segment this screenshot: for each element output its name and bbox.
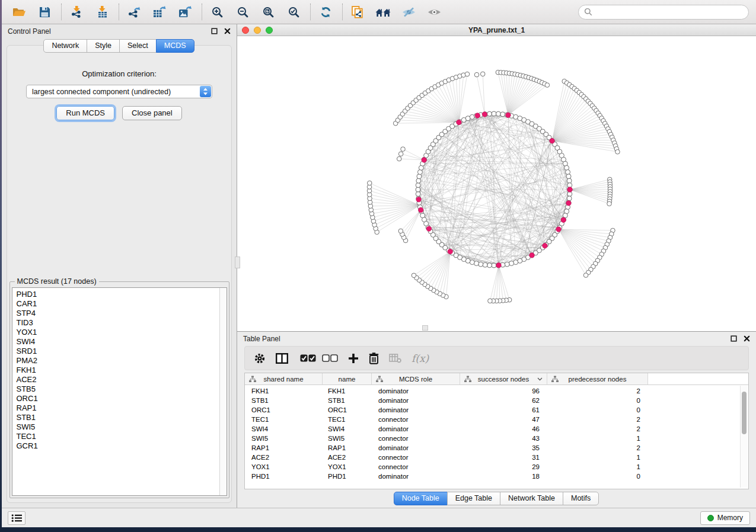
table-cell-name[interactable]: RAP1 bbox=[323, 444, 372, 451]
save-session-button[interactable] bbox=[34, 4, 55, 20]
table-cell-predecessor-nodes[interactable]: 2 bbox=[547, 425, 648, 432]
mcds-result-item[interactable]: ORC1 bbox=[17, 394, 219, 403]
mcds-network-node[interactable] bbox=[567, 187, 572, 192]
export-network-button[interactable] bbox=[124, 4, 144, 20]
mcds-result-item[interactable]: FKH1 bbox=[17, 366, 219, 375]
export-image-button[interactable] bbox=[175, 4, 195, 20]
mcds-network-node[interactable] bbox=[561, 217, 566, 222]
network-node[interactable] bbox=[545, 83, 550, 88]
table-cell-shared-name[interactable]: PHD1 bbox=[245, 473, 323, 480]
mcds-network-node[interactable] bbox=[496, 263, 501, 268]
delete-column-button[interactable] bbox=[369, 352, 379, 364]
table-row[interactable]: STB1STB1dominator620 bbox=[245, 396, 748, 405]
table-row[interactable]: TEC1TEC1connector472 bbox=[245, 415, 748, 424]
table-cell-name[interactable]: SWI4 bbox=[323, 425, 372, 432]
table-row[interactable]: ORC1ORC1dominator610 bbox=[245, 405, 748, 415]
mcds-network-node[interactable] bbox=[426, 226, 431, 231]
maximize-window-button[interactable] bbox=[266, 27, 273, 34]
network-node[interactable] bbox=[398, 229, 403, 233]
table-cell-successor-nodes[interactable]: 46 bbox=[460, 425, 547, 432]
mcds-network-node[interactable] bbox=[566, 201, 571, 206]
mcds-network-node[interactable] bbox=[457, 120, 461, 124]
mcds-network-node[interactable] bbox=[506, 113, 511, 117]
function-builder-button[interactable]: f(x) bbox=[412, 352, 429, 364]
table-row[interactable]: PHD1PHD1dominator180 bbox=[245, 472, 748, 481]
tab-select[interactable]: Select bbox=[119, 39, 157, 53]
table-cell-successor-nodes[interactable]: 18 bbox=[460, 473, 547, 480]
table-cell-shared-name[interactable]: ORC1 bbox=[245, 406, 323, 414]
network-node[interactable] bbox=[567, 191, 572, 196]
network-node[interactable] bbox=[398, 152, 403, 156]
optimization-criterion-select[interactable]: largest connected component (undirected) bbox=[26, 85, 212, 98]
tab-network-table[interactable]: Network Table bbox=[500, 492, 563, 505]
mcds-network-node[interactable] bbox=[529, 253, 534, 258]
network-node[interactable] bbox=[487, 263, 492, 268]
network-node[interactable] bbox=[583, 273, 588, 278]
mcds-network-node[interactable] bbox=[448, 249, 452, 254]
network-node[interactable] bbox=[412, 273, 416, 278]
network-node[interactable] bbox=[367, 181, 372, 185]
mcds-result-list[interactable]: PHD1CAR1STP4TID3YOX1SWI4SRD1PMA2FKH1ACE2… bbox=[12, 288, 219, 495]
hide-selected-button[interactable] bbox=[398, 4, 419, 20]
network-node[interactable] bbox=[607, 201, 612, 206]
tab-network[interactable]: Network bbox=[43, 39, 87, 53]
mcds-result-item[interactable]: SRD1 bbox=[17, 347, 219, 356]
select-all-columns-button[interactable] bbox=[300, 354, 316, 362]
network-node[interactable] bbox=[480, 72, 485, 76]
mcds-result-item[interactable]: GCR1 bbox=[17, 441, 219, 451]
table-cell-mcds-role[interactable]: connector bbox=[372, 416, 460, 423]
table-cell-mcds-role[interactable]: dominator bbox=[372, 387, 460, 395]
table-cell-mcds-role[interactable]: connector bbox=[372, 454, 460, 461]
column-header-predecessor-nodes[interactable]: predecessor nodes bbox=[547, 373, 648, 385]
network-node[interactable] bbox=[417, 174, 422, 179]
table-cell-name[interactable]: ACE2 bbox=[323, 454, 372, 461]
network-node[interactable] bbox=[566, 169, 570, 174]
tab-node-table[interactable]: Node Table bbox=[394, 492, 448, 505]
network-view[interactable] bbox=[237, 36, 756, 331]
column-header-shared-name[interactable]: shared name bbox=[245, 373, 323, 385]
table-cell-predecessor-nodes[interactable]: 1 bbox=[547, 463, 648, 470]
mcds-result-item[interactable]: STB5 bbox=[17, 384, 219, 394]
mcds-result-item[interactable]: ACE2 bbox=[17, 375, 219, 384]
table-cell-successor-nodes[interactable]: 31 bbox=[460, 454, 547, 461]
table-cell-shared-name[interactable]: YOX1 bbox=[245, 463, 323, 470]
run-mcds-button[interactable]: Run MCDS bbox=[56, 106, 114, 120]
duplicate-network-button[interactable] bbox=[347, 4, 368, 20]
table-row[interactable]: SWI4SWI4dominator462 bbox=[245, 424, 748, 434]
table-row[interactable]: SWI5SWI5connector431 bbox=[245, 434, 748, 443]
table-cell-mcds-role[interactable]: connector bbox=[372, 463, 460, 470]
table-cell-predecessor-nodes[interactable]: 1 bbox=[547, 454, 648, 461]
network-node[interactable] bbox=[465, 72, 470, 76]
mcds-result-item[interactable]: SWI4 bbox=[17, 337, 219, 347]
table-cell-name[interactable]: TEC1 bbox=[323, 416, 372, 423]
open-file-button[interactable] bbox=[9, 4, 29, 20]
zoom-selected-button[interactable] bbox=[283, 4, 304, 20]
network-node[interactable] bbox=[416, 187, 420, 192]
close-panel-icon[interactable] bbox=[224, 28, 231, 34]
table-row[interactable]: YOX1YOX1connector291 bbox=[245, 462, 748, 472]
table-cell-mcds-role[interactable]: dominator bbox=[372, 397, 460, 404]
network-node[interactable] bbox=[488, 299, 493, 303]
table-cell-shared-name[interactable]: SWI5 bbox=[245, 435, 323, 442]
network-node[interactable] bbox=[416, 191, 420, 196]
table-cell-predecessor-nodes[interactable]: 2 bbox=[547, 387, 648, 395]
table-cell-predecessor-nodes[interactable]: 0 bbox=[547, 473, 648, 480]
column-header-name[interactable]: name bbox=[323, 373, 372, 385]
mcds-result-item[interactable]: STP4 bbox=[17, 309, 219, 318]
table-cell-predecessor-nodes[interactable]: 0 bbox=[547, 397, 648, 404]
tab-style[interactable]: Style bbox=[87, 39, 120, 53]
table-cell-name[interactable]: YOX1 bbox=[323, 463, 372, 470]
table-cell-name[interactable]: ORC1 bbox=[323, 406, 372, 414]
mcds-result-item[interactable]: TEC1 bbox=[17, 432, 219, 441]
table-cell-successor-nodes[interactable]: 61 bbox=[460, 406, 547, 414]
show-panels-button[interactable] bbox=[8, 511, 25, 525]
mcds-result-item[interactable]: PHD1 bbox=[17, 290, 219, 299]
tab-edge-table[interactable]: Edge Table bbox=[447, 492, 500, 505]
mcds-result-item[interactable]: YOX1 bbox=[17, 328, 219, 337]
mcds-result-item[interactable]: TID3 bbox=[17, 318, 219, 328]
mcds-result-item[interactable]: CAR1 bbox=[17, 299, 219, 309]
mcds-result-item[interactable]: RAP1 bbox=[17, 403, 219, 413]
zoom-out-button[interactable] bbox=[232, 4, 253, 20]
table-cell-name[interactable]: STB1 bbox=[323, 397, 372, 404]
mcds-result-scrollbar[interactable] bbox=[219, 288, 227, 495]
